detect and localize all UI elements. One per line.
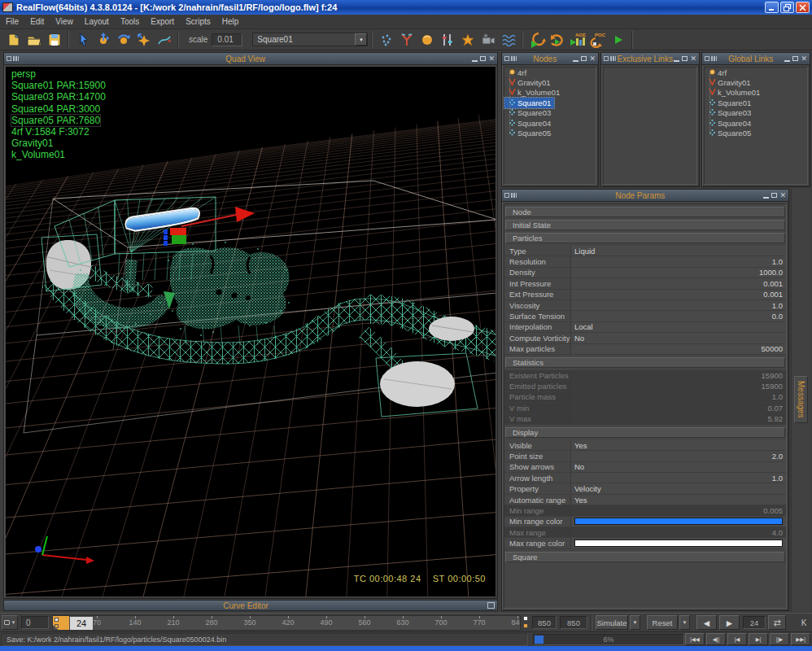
param-value[interactable]: 1.0 xyxy=(571,300,786,310)
global-links-header[interactable]: Global Links ✕ xyxy=(702,53,810,65)
menu-view[interactable]: View xyxy=(50,15,79,29)
viewport-3d[interactable]: perspSquare01 PAR:15900Square03 PAR:1470… xyxy=(6,67,495,596)
prev-key-button[interactable]: |◀ xyxy=(727,633,747,645)
add-mesh-icon[interactable] xyxy=(498,31,518,49)
tree-item-4rf[interactable]: 4rf xyxy=(504,68,530,77)
panel-minimize-icon[interactable] xyxy=(674,60,679,62)
add-camera-icon[interactable] xyxy=(478,31,498,49)
tree-item-square01[interactable]: Square01 xyxy=(504,98,554,107)
simulate-run-icon[interactable] xyxy=(526,31,547,49)
panel-float-icon[interactable] xyxy=(792,56,798,61)
menu-scripts[interactable]: Scripts xyxy=(180,15,216,29)
simulate-range-icon[interactable]: AGE xyxy=(567,31,587,49)
reset-button[interactable]: Reset xyxy=(647,615,678,630)
keyframe-button[interactable]: K xyxy=(798,616,810,629)
menu-layout[interactable]: Layout xyxy=(79,15,115,29)
curve-editor-bar[interactable]: Curve Editor xyxy=(3,600,498,611)
param-value[interactable]: 4.0 xyxy=(571,527,786,537)
range-start-handle2[interactable] xyxy=(55,624,59,628)
color-swatch[interactable] xyxy=(574,540,783,547)
node-selector-dropdown[interactable]: Square01 ▼ xyxy=(252,33,368,46)
panel-close-icon[interactable]: ✕ xyxy=(589,56,596,62)
param-value[interactable]: 0.001 xyxy=(571,290,786,299)
simulate-reset-icon[interactable] xyxy=(547,31,567,49)
param-section-statistics[interactable]: Statistics xyxy=(505,357,785,368)
panel-window-icons[interactable] xyxy=(504,193,517,198)
param-value[interactable]: 0.07 xyxy=(571,403,786,413)
param-value[interactable]: 5.92 xyxy=(571,413,786,423)
simulate-cache-icon[interactable]: POC xyxy=(587,31,608,49)
go-end-button[interactable]: ▶▶| xyxy=(791,633,810,645)
title-bar[interactable]: RealFlow(64bits) 4.3.8.0124 - [K:/work 2… xyxy=(0,0,812,15)
nodes-panel-header[interactable]: Nodes ✕ xyxy=(502,53,598,65)
prev-frame-button[interactable]: ◀ xyxy=(696,615,717,630)
node-params-header[interactable]: Node Params ✕ xyxy=(502,190,788,202)
param-value[interactable]: 2.0 xyxy=(571,451,786,461)
panel-float-icon[interactable] xyxy=(682,56,688,61)
curve-editor-expand-icon[interactable] xyxy=(487,602,495,609)
panel-window-icons[interactable] xyxy=(504,56,517,61)
add-filter-icon[interactable] xyxy=(437,31,457,49)
panel-minimize-icon[interactable] xyxy=(573,60,578,62)
param-value[interactable]: 50000 xyxy=(571,344,786,354)
tree-item-square04[interactable]: Square04 xyxy=(705,118,754,128)
panel-close-icon[interactable]: ✕ xyxy=(801,56,807,62)
panel-float-icon[interactable] xyxy=(480,56,486,61)
param-value[interactable]: 0.0 xyxy=(571,311,786,321)
rotate-tool-icon[interactable] xyxy=(113,31,133,49)
go-start-button[interactable]: |◀◀ xyxy=(685,633,705,645)
menu-tools[interactable]: Tools xyxy=(115,15,145,29)
menu-file[interactable]: File xyxy=(0,15,24,29)
param-value[interactable]: 1.0 xyxy=(571,473,786,483)
add-particles-icon[interactable] xyxy=(376,31,396,49)
tree-item-4rf[interactable]: 4rf xyxy=(705,68,730,77)
param-value[interactable]: 15900 xyxy=(571,381,786,391)
timeline-lock-button[interactable]: ▼ xyxy=(2,615,18,630)
step-forward-button[interactable]: ||▶ xyxy=(770,633,789,645)
dropdown-arrow-icon[interactable]: ▼ xyxy=(355,33,367,46)
tree-item-square01[interactable]: Square01 xyxy=(705,98,754,107)
loop-toggle-button[interactable]: ⇄ xyxy=(768,615,786,630)
scale-tool-icon[interactable] xyxy=(133,31,154,49)
play-button[interactable]: ▶ xyxy=(719,615,740,630)
param-value[interactable] xyxy=(571,538,786,548)
param-value[interactable]: No xyxy=(571,333,786,343)
play-small-icon[interactable] xyxy=(608,31,628,49)
minimize-button[interactable] xyxy=(765,2,779,13)
new-scene-icon[interactable] xyxy=(3,31,24,49)
param-value[interactable]: Velocity xyxy=(571,483,786,493)
menu-help[interactable]: Help xyxy=(216,15,245,29)
timeline-ruler[interactable]: 24 70140210280350420490560630700770840 xyxy=(52,615,521,631)
timeline-start-input[interactable]: 0 xyxy=(21,616,49,629)
next-key-button[interactable]: ▶| xyxy=(749,633,768,645)
color-swatch[interactable] xyxy=(574,518,783,525)
param-section-node[interactable]: Node xyxy=(505,207,785,217)
restore-button[interactable] xyxy=(780,2,794,13)
panel-minimize-icon[interactable] xyxy=(784,60,790,62)
move-tool-icon[interactable] xyxy=(93,31,113,49)
simulate-button[interactable]: Simulate xyxy=(596,615,628,630)
tree-item-gravity01[interactable]: Gravity01 xyxy=(504,77,554,87)
tree-item-square03[interactable]: Square03 xyxy=(705,108,754,118)
range-start-handle[interactable] xyxy=(55,618,59,622)
param-value[interactable]: 1.0 xyxy=(571,392,786,402)
messages-tab[interactable]: Messages xyxy=(794,376,808,423)
param-value[interactable]: Yes xyxy=(571,440,786,450)
quad-view-header[interactable]: Quad View ✕ xyxy=(4,53,497,65)
open-scene-icon[interactable] xyxy=(24,31,44,49)
panel-minimize-icon[interactable] xyxy=(472,60,478,62)
exclusive-links-header[interactable]: Exclusive Links ✕ xyxy=(601,53,699,65)
param-section-square[interactable]: Square xyxy=(505,552,785,562)
param-value[interactable]: 1.0 xyxy=(571,256,786,266)
range-end-input[interactable]: 850 xyxy=(532,616,557,629)
panel-close-icon[interactable]: ✕ xyxy=(690,56,696,62)
param-value[interactable]: 0.001 xyxy=(571,278,786,288)
param-value[interactable]: Yes xyxy=(571,495,786,505)
panel-close-icon[interactable]: ✕ xyxy=(779,193,786,199)
save-scene-icon[interactable] xyxy=(44,31,64,49)
close-button[interactable] xyxy=(796,2,810,13)
menu-export[interactable]: Export xyxy=(145,15,180,29)
panel-float-icon[interactable] xyxy=(581,56,587,61)
add-emitter-icon[interactable] xyxy=(457,31,478,49)
step-back-button[interactable]: ◀|| xyxy=(706,633,726,645)
